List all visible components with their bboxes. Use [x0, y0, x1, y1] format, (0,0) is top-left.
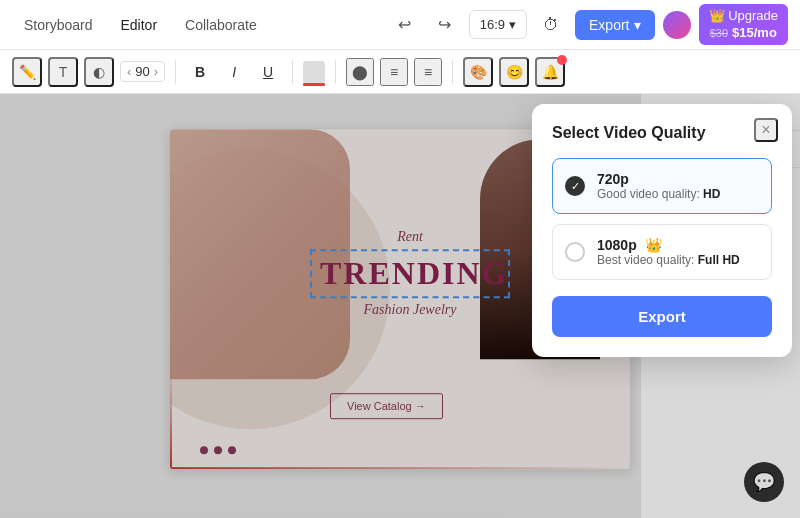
quality-desc-1080p: Best video quality: Full HD	[597, 253, 740, 267]
quality-label-1080p: 1080p 👑	[597, 237, 740, 253]
check-icon: ✓	[571, 180, 580, 193]
modal-close-button[interactable]: ×	[754, 118, 778, 142]
radio-1080p	[565, 242, 585, 262]
old-price: $30	[710, 26, 728, 40]
color-picker-button[interactable]: 🎨	[463, 57, 493, 87]
aspect-ratio-button[interactable]: 16:9 ▾	[469, 10, 527, 39]
tab-editor[interactable]: Editor	[108, 11, 169, 39]
top-nav: Storyboard Editor Collaborate ↩ ↪ 16:9 ▾…	[0, 0, 800, 50]
notification-area: 🔔	[535, 57, 565, 87]
bold-button[interactable]: B	[186, 58, 214, 86]
new-price: $15/mo	[732, 25, 777, 42]
upgrade-button[interactable]: 👑 Upgrade $30 $15/mo	[699, 4, 789, 46]
quality-info-720p: 720p Good video quality: HD	[597, 171, 720, 201]
canvas-area: Logo Rent TRENDING Fashion Jewelry View …	[0, 94, 800, 518]
emoji-button[interactable]: 😊	[499, 57, 529, 87]
opacity-button[interactable]: ◐	[84, 57, 114, 87]
align-left-button[interactable]: ⬤	[346, 58, 374, 86]
modal-export-button[interactable]: Export	[552, 296, 772, 337]
price-display: $30 $15/mo	[710, 25, 777, 42]
modal-overlay: Select Video Quality × ✓ 720p Good video…	[0, 94, 800, 518]
quality-info-1080p: 1080p 👑 Best video quality: Full HD	[597, 237, 740, 267]
quality-option-720p[interactable]: ✓ 720p Good video quality: HD	[552, 158, 772, 214]
quality-label-720p: 720p	[597, 171, 720, 187]
font-size-decrease-icon[interactable]: ‹	[127, 64, 131, 79]
quality-desc-720p: Good video quality: HD	[597, 187, 720, 201]
text-color-button[interactable]	[303, 61, 325, 83]
color-circle[interactable]	[663, 11, 691, 39]
nav-tabs: Storyboard Editor Collaborate	[12, 11, 381, 39]
pen-tool-button[interactable]: ✏️	[12, 57, 42, 87]
export-label: Export	[589, 17, 629, 33]
export-button[interactable]: Export ▾	[575, 10, 654, 40]
nav-actions: ↩ ↪ 16:9 ▾ ⏱ Export ▾ 👑 Upgrade $30 $15/…	[389, 4, 788, 46]
align-right-button[interactable]: ≡	[414, 58, 442, 86]
text-tool-button[interactable]: T	[48, 57, 78, 87]
align-center-button[interactable]: ≡	[380, 58, 408, 86]
notification-badge	[557, 55, 567, 65]
tab-collaborate[interactable]: Collaborate	[173, 11, 269, 39]
quality-modal: Select Video Quality × ✓ 720p Good video…	[532, 104, 792, 357]
underline-button[interactable]: U	[254, 58, 282, 86]
quality-option-1080p[interactable]: 1080p 👑 Best video quality: Full HD	[552, 224, 772, 280]
font-size-group[interactable]: ‹ 90 ›	[120, 61, 165, 82]
modal-title: Select Video Quality	[552, 124, 772, 142]
export-chevron-icon: ▾	[634, 17, 641, 33]
crown-icon: 👑 Upgrade	[709, 8, 779, 25]
divider-3	[335, 60, 336, 84]
font-size-increase-icon[interactable]: ›	[154, 64, 158, 79]
font-size-value: 90	[135, 64, 149, 79]
tab-storyboard[interactable]: Storyboard	[12, 11, 104, 39]
chevron-down-icon: ▾	[509, 17, 516, 32]
toolbar: ✏️ T ◐ ‹ 90 › B I U ⬤ ≡ ≡ 🎨 😊 🔔	[0, 50, 800, 94]
divider-1	[175, 60, 176, 84]
italic-button[interactable]: I	[220, 58, 248, 86]
crown-badge-icon: 👑	[645, 237, 662, 253]
redo-button[interactable]: ↪	[429, 9, 461, 41]
divider-2	[292, 60, 293, 84]
divider-4	[452, 60, 453, 84]
aspect-ratio-label: 16:9	[480, 17, 505, 32]
undo-button[interactable]: ↩	[389, 9, 421, 41]
radio-720p: ✓	[565, 176, 585, 196]
timer-button[interactable]: ⏱	[535, 9, 567, 41]
